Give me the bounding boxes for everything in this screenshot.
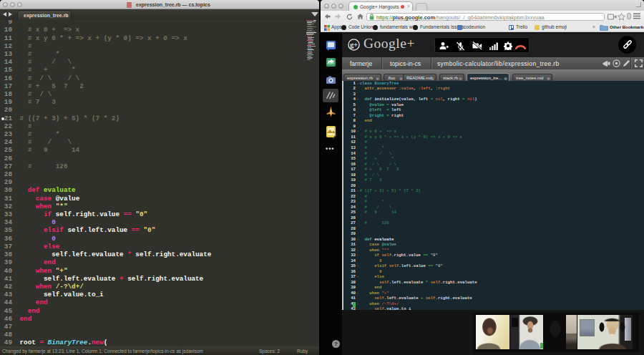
svg-text:g+: g+ <box>350 41 358 49</box>
